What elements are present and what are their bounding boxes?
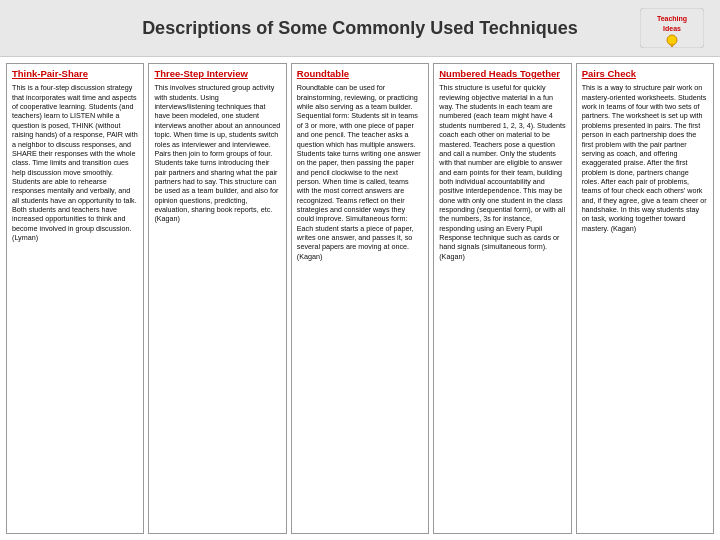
page-title: Descriptions of Some Commonly Used Techn…	[80, 18, 640, 39]
svg-text:Teaching: Teaching	[657, 15, 687, 23]
column-pairs-check: Pairs Check This is a way to structure p…	[576, 63, 714, 534]
header: Descriptions of Some Commonly Used Techn…	[0, 0, 720, 57]
column-title-three-step-interview: Three-Step Interview	[154, 68, 280, 80]
content-area: Think-Pair-Share This is a four-step dis…	[0, 57, 720, 540]
column-roundtable: Roundtable Roundtable can be used for br…	[291, 63, 429, 534]
page: Descriptions of Some Commonly Used Techn…	[0, 0, 720, 540]
column-body-three-step-interview: This involves structured group activity …	[154, 83, 280, 223]
column-body-pairs-check: This is a way to structure pair work on …	[582, 83, 708, 233]
column-title-pairs-check: Pairs Check	[582, 68, 708, 80]
column-body-roundtable: Roundtable can be used for brainstorming…	[297, 83, 423, 261]
svg-point-3	[667, 35, 677, 45]
column-think-pair-share: Think-Pair-Share This is a four-step dis…	[6, 63, 144, 534]
column-body-think-pair-share: This is a four-step discussion strategy …	[12, 83, 138, 242]
column-three-step-interview: Three-Step Interview This involves struc…	[148, 63, 286, 534]
column-title-think-pair-share: Think-Pair-Share	[12, 68, 138, 80]
svg-text:Ideas: Ideas	[663, 25, 681, 32]
column-body-numbered-heads-together: This structure is useful for quickly rev…	[439, 83, 565, 261]
column-title-roundtable: Roundtable	[297, 68, 423, 80]
column-title-numbered-heads-together: Numbered Heads Together	[439, 68, 565, 80]
column-numbered-heads-together: Numbered Heads Together This structure i…	[433, 63, 571, 534]
teaching-ideas-logo: Teaching Ideas	[640, 8, 704, 48]
